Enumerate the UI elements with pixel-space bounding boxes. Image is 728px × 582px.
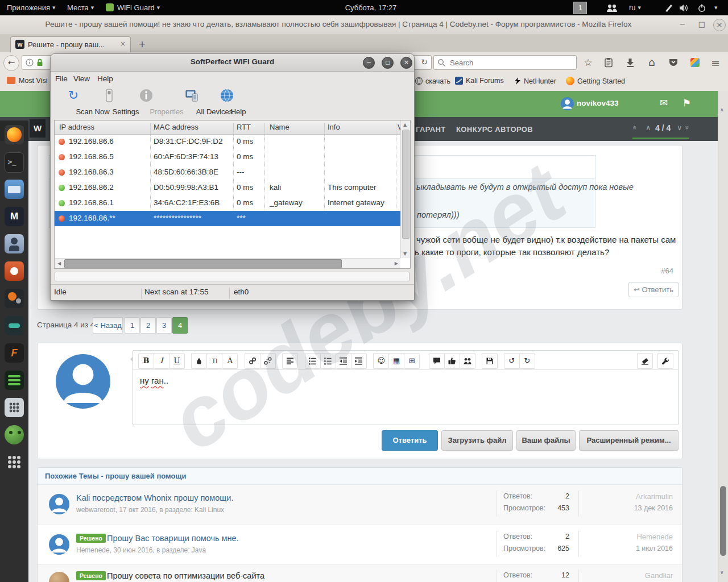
page-3-button[interactable]: 3 bbox=[156, 317, 172, 334]
bold-icon[interactable]: B bbox=[138, 353, 154, 369]
thread-row[interactable]: Kali посредством Whonix прошу помощи. we… bbox=[38, 485, 682, 525]
bbcode-wrench-icon[interactable] bbox=[657, 353, 673, 369]
reading-list-icon[interactable] bbox=[602, 56, 615, 69]
next-page-icon[interactable]: ∨ bbox=[677, 123, 682, 132]
dock-calculator-icon[interactable] bbox=[5, 398, 24, 417]
wifi-guard-indicator[interactable]: WiFi Guard▼ bbox=[106, 0, 160, 15]
volume-icon[interactable] bbox=[679, 3, 689, 13]
reply-to-post-button[interactable]: ↩ Ответить bbox=[628, 282, 679, 297]
font-family-icon[interactable]: A bbox=[222, 353, 238, 369]
post-number[interactable]: #64 bbox=[626, 267, 673, 275]
first-page-icon[interactable]: « bbox=[631, 126, 639, 130]
addon-icon[interactable] bbox=[688, 56, 702, 69]
scroll-up-icon[interactable]: ∧ bbox=[720, 107, 724, 113]
minimize-button[interactable]: − bbox=[677, 19, 688, 30]
advanced-mode-button[interactable]: Расширенный режим... bbox=[579, 430, 679, 451]
downloads-icon[interactable] bbox=[623, 56, 637, 69]
upload-file-button[interactable]: Загрузить файл bbox=[441, 430, 513, 451]
unlink-icon[interactable] bbox=[260, 353, 276, 369]
settings-button[interactable]: Settings bbox=[93, 87, 126, 118]
dock-greenbone-icon[interactable] bbox=[5, 371, 24, 390]
nav-contest[interactable]: КОНКУРС АВТОРОВ bbox=[456, 125, 533, 134]
table-horizontal-scrollbar[interactable]: ◀ ▶ bbox=[55, 258, 400, 268]
page-1-button[interactable]: 1 bbox=[125, 317, 140, 334]
outdent-icon[interactable] bbox=[336, 353, 351, 369]
bookmark-download[interactable]: скачать bbox=[415, 77, 450, 87]
system-menu-chevron[interactable]: ▼ bbox=[712, 0, 717, 15]
scroll-up-icon[interactable]: ▲ bbox=[403, 122, 407, 127]
underline-icon[interactable]: U bbox=[169, 353, 185, 369]
device-row[interactable]: 192.168.86.2D0:50:99:98:A3:B1 0 mskali T… bbox=[55, 180, 401, 196]
col-ip[interactable]: IP address bbox=[59, 123, 94, 131]
pocket-icon[interactable] bbox=[667, 56, 680, 69]
search-input[interactable] bbox=[449, 57, 570, 68]
minimize-button[interactable]: − bbox=[363, 57, 375, 69]
your-files-button[interactable]: Ваши файлы bbox=[516, 430, 576, 451]
device-row[interactable]: 192.168.86.348:5D:60:66:3B:8E --- bbox=[55, 165, 401, 180]
menu-file[interactable]: File bbox=[55, 71, 68, 87]
col-name[interactable]: Name bbox=[270, 123, 289, 131]
clock[interactable]: Суббота, 17:27 bbox=[320, 0, 422, 15]
insert-icon[interactable]: ⊞ bbox=[404, 353, 420, 369]
inbox-icon[interactable]: ✉ bbox=[660, 97, 668, 109]
scrollbar-thumb[interactable] bbox=[402, 130, 410, 239]
keyboard-layout[interactable]: ru▼ bbox=[629, 0, 641, 15]
close-button[interactable]: × bbox=[713, 19, 726, 31]
power-icon[interactable] bbox=[697, 3, 706, 13]
dock-files-icon[interactable] bbox=[5, 180, 24, 199]
help-button[interactable]: Help bbox=[216, 87, 238, 118]
menu-icon[interactable]: ≡ bbox=[709, 56, 722, 69]
dock-zap-icon[interactable] bbox=[5, 425, 24, 444]
maximize-button[interactable]: □ bbox=[696, 19, 708, 30]
thread-title[interactable]: Прошу Вас товарищи помочь мне. bbox=[107, 534, 239, 543]
scrollbar-thumb[interactable] bbox=[64, 259, 342, 268]
bookmark-getting-started[interactable]: Getting Started bbox=[566, 77, 625, 87]
bullet-list-icon[interactable] bbox=[305, 353, 321, 369]
similar-threads-title[interactable]: Похожие Темы - прошу вашей помощи bbox=[45, 472, 186, 480]
dock-firefox-icon[interactable] bbox=[5, 125, 24, 144]
dock-burpsuite-icon[interactable] bbox=[5, 289, 24, 308]
alerts-flag-icon[interactable]: ⚑ bbox=[682, 97, 691, 109]
dock-flash-icon[interactable]: F bbox=[5, 343, 24, 363]
site-info-icon[interactable] bbox=[26, 59, 34, 66]
dock-armitage-icon[interactable] bbox=[5, 234, 24, 253]
dock-terminal-icon[interactable]: >_ bbox=[5, 152, 24, 173]
page-4-button[interactable]: 4 bbox=[172, 317, 188, 334]
pen-icon[interactable] bbox=[664, 3, 673, 13]
thread-row[interactable]: Решено Прошу совета по оптимизации веб-с… bbox=[38, 564, 682, 582]
users-icon[interactable] bbox=[606, 3, 618, 13]
device-row[interactable]: 192.168.86.560:AF:6D:3F:74:13 0 ms bbox=[55, 149, 401, 165]
page-2-button[interactable]: 2 bbox=[140, 317, 156, 334]
close-button[interactable]: × bbox=[400, 57, 412, 69]
dock-show-apps-icon[interactable] bbox=[5, 452, 24, 472]
col-mac[interactable]: MAC address bbox=[154, 123, 198, 131]
table-header[interactable]: IP address MAC address RTT Name Info V bbox=[55, 120, 401, 135]
thread-title[interactable]: Kali посредством Whonix прошу помощи. bbox=[76, 493, 233, 502]
bookmark-nethunter[interactable]: NetHunter bbox=[514, 77, 556, 87]
smiley-icon[interactable]: ☺ bbox=[373, 353, 389, 369]
tab-active[interactable]: w Решите - прошу ваш... × bbox=[10, 36, 131, 52]
workspace-indicator[interactable]: 1 bbox=[573, 2, 587, 14]
home-icon[interactable]: ⌂ bbox=[645, 56, 659, 69]
dock-maltego-icon[interactable]: M bbox=[5, 207, 24, 226]
thread-avatar[interactable] bbox=[49, 572, 69, 582]
prev-page-icon[interactable]: ∧ bbox=[646, 123, 651, 132]
bookmark-most-visited[interactable]: Most Visi bbox=[7, 77, 47, 87]
maximize-button[interactable]: □ bbox=[382, 57, 394, 69]
username[interactable]: novikov433 bbox=[577, 99, 619, 107]
back-button[interactable]: ← bbox=[3, 55, 19, 71]
undo-icon[interactable]: ↺ bbox=[504, 353, 520, 369]
scroll-left-icon[interactable]: ◀ bbox=[57, 261, 61, 266]
table-vertical-scrollbar[interactable]: ▲ ▼ bbox=[400, 120, 410, 258]
eraser-icon[interactable] bbox=[637, 353, 653, 369]
thread-avatar[interactable] bbox=[49, 534, 69, 555]
device-row[interactable]: 192.168.86.6D8:31:CF:DC:9F:D2 0 ms bbox=[55, 134, 401, 149]
text-color-icon[interactable] bbox=[191, 353, 207, 369]
last-poster[interactable]: Hemenede bbox=[593, 533, 673, 541]
last-page-icon[interactable]: » bbox=[683, 126, 692, 130]
wifi-guard-titlebar[interactable]: SoftPerfect WiFi Guard − □ × bbox=[51, 54, 414, 72]
scroll-down-icon[interactable]: ∨ bbox=[720, 569, 724, 575]
bookmark-star-icon[interactable]: ☆ bbox=[581, 56, 595, 69]
font-size-icon[interactable]: TI bbox=[206, 353, 222, 369]
last-poster[interactable]: Arkarimulin bbox=[593, 492, 673, 501]
